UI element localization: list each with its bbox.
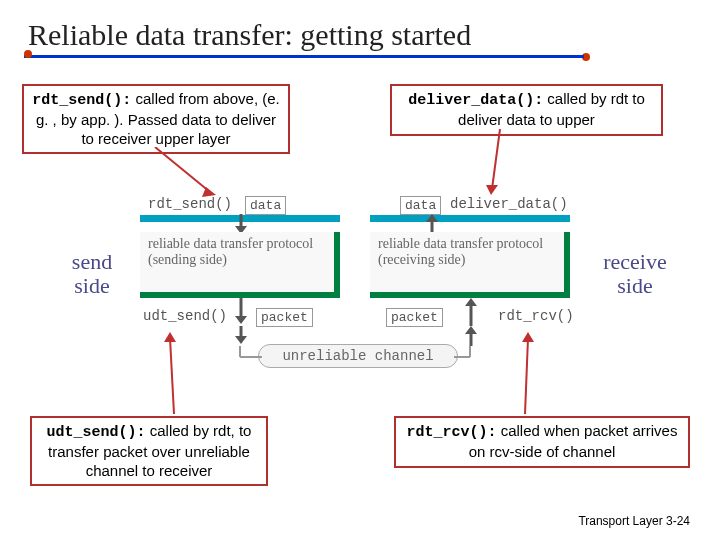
fn-rdt-rcv: rdt_rcv():: [407, 424, 497, 441]
fn-rdt-send: rdt_send():: [32, 92, 131, 109]
box-udt-send: udt_send(): called by rdt, to transfer p…: [30, 416, 268, 486]
arrow-to-channel-icon: [232, 326, 250, 346]
svg-marker-21: [164, 332, 176, 342]
svg-marker-9: [235, 336, 247, 344]
arrow-up2-icon: [462, 298, 480, 326]
callout-deliver-data-icon: [480, 129, 520, 199]
label-udt-send-call: udt_send(): [143, 308, 227, 324]
box-rdt-send: rdt_send(): called from above, (e. g. , …: [22, 84, 290, 154]
svg-line-16: [155, 147, 210, 192]
txt-rdt-rcv: called when packet arrives on rcv-side o…: [469, 422, 678, 460]
arrow-from-channel-icon: [462, 326, 480, 346]
callout-rdt-send-icon: [150, 147, 230, 202]
label-rdt-rcv-call: rdt_rcv(): [498, 308, 574, 324]
svg-marker-5: [235, 316, 247, 324]
proto-recv-box: reliable data transfer protocol (receivi…: [370, 232, 570, 298]
arrow-down-icon: [232, 214, 250, 234]
title-text: Reliable data transfer: getting started: [28, 18, 471, 51]
footer-chapter: Transport Layer: [578, 514, 666, 528]
svg-line-22: [525, 338, 528, 414]
box-deliver-data: deliver_data(): called by rdt to deliver…: [390, 84, 663, 136]
arrow-up-icon: [423, 214, 441, 234]
footer-page: 3-24: [666, 514, 690, 528]
svg-marker-23: [522, 332, 534, 342]
svg-marker-17: [202, 187, 216, 197]
proto-send-box: reliable data transfer protocol (sending…: [140, 232, 340, 298]
fn-deliver-data: deliver_data():: [408, 92, 543, 109]
callout-rdt-rcv-icon: [510, 330, 550, 420]
label-send-side: send side: [62, 250, 122, 298]
svg-marker-7: [465, 298, 477, 306]
box-rdt-rcv: rdt_rcv(): called when packet arrives on…: [394, 416, 690, 468]
svg-marker-11: [465, 326, 477, 334]
label-receive-side: receive side: [595, 250, 675, 298]
packet-box-send: packet: [256, 308, 313, 327]
svg-marker-3: [426, 214, 438, 222]
arrow-down2-icon: [232, 298, 250, 326]
svg-marker-19: [486, 185, 498, 195]
svg-line-18: [492, 129, 500, 189]
slide-title: Reliable data transfer: getting started: [28, 18, 471, 52]
app-bar-recv: [370, 215, 570, 222]
packet-box-recv: packet: [386, 308, 443, 327]
svg-line-20: [170, 338, 174, 414]
channel-box: unreliable channel: [258, 344, 458, 368]
channel-left-connector: [196, 344, 266, 370]
data-box-send: data: [245, 196, 286, 215]
slide-footer: Transport Layer 3-24: [578, 514, 690, 528]
callout-udt-send-icon: [150, 330, 190, 420]
data-box-recv: data: [400, 196, 441, 215]
fn-udt-send: udt_send():: [47, 424, 146, 441]
